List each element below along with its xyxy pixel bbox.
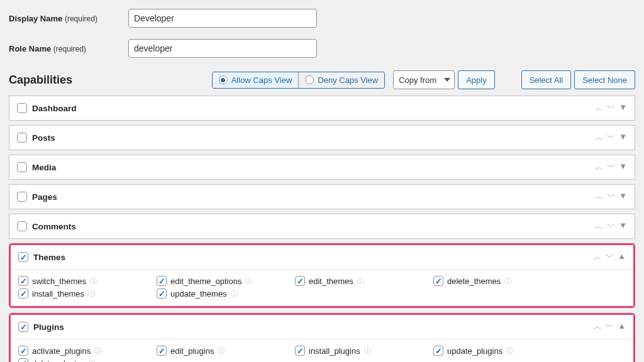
section-header[interactable]: Media ︿ ﹀ ▼ <box>9 155 635 179</box>
display-name-label: Display Name (required) <box>9 14 128 23</box>
cap-item: install_themesⓘ <box>18 288 157 299</box>
cap-checkbox[interactable] <box>157 288 167 299</box>
allow-caps-radio[interactable]: Allow Caps View <box>213 72 299 88</box>
required-indicator: (required) <box>53 45 86 53</box>
collapse-icon[interactable]: ▼ <box>619 221 627 232</box>
help-icon[interactable]: ⓘ <box>218 346 225 356</box>
cap-label: edit_plugins <box>170 346 214 356</box>
help-icon[interactable]: ⓘ <box>506 346 513 356</box>
section-controls: ︿ ﹀ ▲ <box>594 321 626 332</box>
section-header[interactable]: Posts ︿ ﹀ ▼ <box>9 126 635 150</box>
display-name-row: Display Name (required) <box>9 9 635 28</box>
collapse-icon[interactable]: ▼ <box>619 102 627 114</box>
chevron-up-icon[interactable]: ︿ <box>594 321 602 332</box>
section-controls: ︿ ﹀ ▼ <box>595 102 627 114</box>
chevron-down-icon[interactable]: ﹀ <box>607 221 615 232</box>
section-checkbox[interactable] <box>18 322 28 332</box>
section-checkbox[interactable] <box>17 192 27 202</box>
section-comments: Comments ︿ ﹀ ▼ <box>9 214 635 239</box>
cap-item: edit_pluginsⓘ <box>157 346 295 356</box>
required-indicator: (required) <box>65 14 97 23</box>
section-controls: ︿ ﹀ ▼ <box>595 221 627 232</box>
section-checkbox[interactable] <box>17 103 27 113</box>
collapse-icon[interactable]: ▼ <box>619 191 627 202</box>
chevron-up-icon[interactable]: ︿ <box>595 132 603 143</box>
help-icon[interactable]: ⓘ <box>89 359 96 363</box>
section-controls: ︿ ﹀ ▼ <box>595 191 627 202</box>
section-controls: ︿ ﹀ ▲ <box>594 251 626 263</box>
chevron-up-icon[interactable]: ︿ <box>595 191 603 202</box>
chevron-down-icon[interactable]: ﹀ <box>607 132 615 143</box>
chevron-down-icon[interactable]: ﹀ <box>606 251 614 263</box>
help-icon[interactable]: ⓘ <box>94 346 101 356</box>
section-checkbox[interactable] <box>17 221 27 231</box>
cap-label: edit_themes <box>309 277 353 286</box>
cap-checkbox[interactable] <box>18 358 28 362</box>
help-icon[interactable]: ⓘ <box>245 277 252 286</box>
section-header[interactable]: Pages ︿ ﹀ ▼ <box>9 185 635 209</box>
cap-label: install_themes <box>32 289 84 299</box>
chevron-down-icon[interactable]: ﹀ <box>607 191 615 202</box>
role-name-label: Role Name (required) <box>9 44 128 53</box>
cap-item: update_themesⓘ <box>157 288 295 299</box>
role-name-row: Role Name (required) <box>9 39 635 58</box>
section-header[interactable]: Comments ︿ ﹀ ▼ <box>9 214 635 238</box>
select-all-button[interactable]: Select All <box>521 70 571 89</box>
cap-item: switch_themesⓘ <box>18 276 157 286</box>
help-icon[interactable]: ⓘ <box>231 289 238 299</box>
chevron-down-icon[interactable]: ﹀ <box>607 102 615 114</box>
role-name-input[interactable] <box>128 39 317 58</box>
cap-checkbox[interactable] <box>18 346 28 356</box>
chevron-up-icon[interactable]: ︿ <box>595 162 603 173</box>
copy-from-select[interactable]: Copy from <box>393 70 455 89</box>
chevron-up-icon[interactable]: ︿ <box>594 251 602 263</box>
label-text: Display Name <box>9 14 62 23</box>
section-pages: Pages ︿ ﹀ ▼ <box>9 184 635 209</box>
help-icon[interactable]: ⓘ <box>364 346 371 356</box>
section-checkbox[interactable] <box>18 252 28 262</box>
select-none-button[interactable]: Select None <box>574 70 635 89</box>
help-icon[interactable]: ⓘ <box>90 277 97 286</box>
cap-checkbox[interactable] <box>18 276 28 286</box>
cap-item: edit_theme_optionsⓘ <box>157 276 295 286</box>
section-title: Themes <box>33 253 65 262</box>
deny-caps-radio[interactable]: Deny Caps View <box>298 72 384 88</box>
chevron-down-icon[interactable]: ﹀ <box>607 162 615 173</box>
section-title: Dashboard <box>32 104 77 113</box>
cap-item: delete_pluginsⓘ <box>18 358 157 362</box>
cap-item: update_pluginsⓘ <box>433 346 572 356</box>
cap-checkbox[interactable] <box>433 346 443 356</box>
chevron-up-icon[interactable]: ︿ <box>595 102 603 114</box>
expand-icon[interactable]: ▲ <box>618 251 626 263</box>
cap-item: install_pluginsⓘ <box>295 346 433 356</box>
section-checkbox[interactable] <box>17 133 27 143</box>
cap-label: update_themes <box>170 289 227 299</box>
section-header[interactable]: Plugins ︿ ﹀ ▲ <box>11 315 633 339</box>
section-checkbox[interactable] <box>17 162 27 172</box>
section-title: Pages <box>32 192 57 202</box>
chevron-down-icon[interactable]: ﹀ <box>606 321 614 332</box>
cap-checkbox[interactable] <box>295 346 305 356</box>
cap-checkbox[interactable] <box>157 276 167 286</box>
collapse-icon[interactable]: ▼ <box>619 162 627 173</box>
cap-label: delete_plugins <box>32 359 85 363</box>
help-icon[interactable]: ⓘ <box>357 277 364 286</box>
cap-checkbox[interactable] <box>433 276 443 286</box>
cap-label: activate_plugins <box>32 346 91 356</box>
section-header[interactable]: Dashboard ︿ ﹀ ▼ <box>9 96 635 120</box>
expand-icon[interactable]: ▲ <box>618 321 626 332</box>
radio-icon <box>305 75 314 84</box>
apply-button[interactable]: Apply <box>458 70 495 89</box>
cap-item: edit_themesⓘ <box>295 276 433 286</box>
cap-checkbox[interactable] <box>295 276 305 286</box>
collapse-icon[interactable]: ▼ <box>619 132 627 143</box>
cap-checkbox[interactable] <box>157 346 167 356</box>
cap-checkbox[interactable] <box>18 288 28 299</box>
display-name-input[interactable] <box>128 9 317 28</box>
help-icon[interactable]: ⓘ <box>88 289 95 299</box>
chevron-up-icon[interactable]: ︿ <box>595 221 603 232</box>
help-icon[interactable]: ⓘ <box>504 277 511 286</box>
section-header[interactable]: Themes ︿ ﹀ ▲ <box>11 245 633 269</box>
section-plugins: Plugins ︿ ﹀ ▲ activate_pluginsⓘ edit_plu… <box>11 315 633 362</box>
cap-item: activate_pluginsⓘ <box>18 346 157 356</box>
